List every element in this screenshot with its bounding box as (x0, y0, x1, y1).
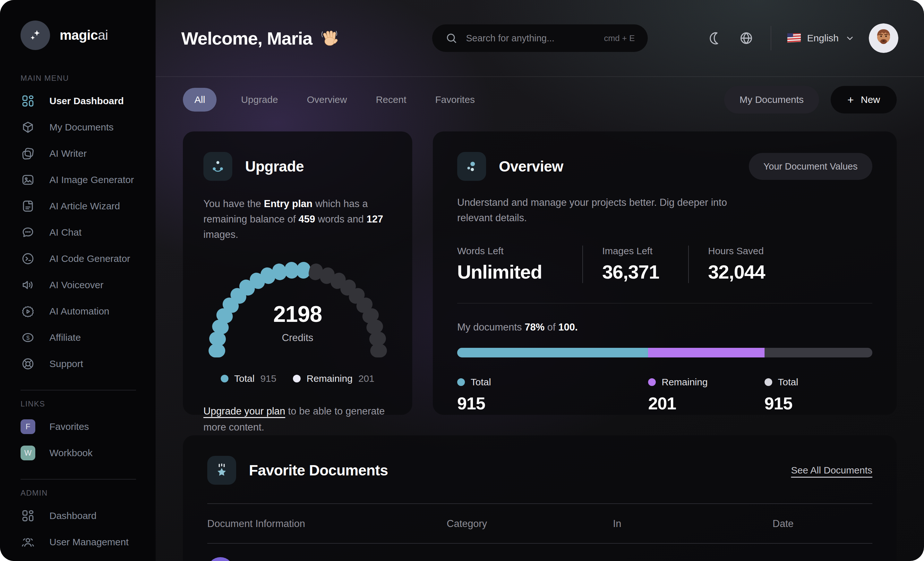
brand-name: magicai (60, 28, 108, 43)
legend-dot-gray (765, 378, 772, 386)
credits-gauge-center: 2198 Credits (204, 301, 392, 344)
progress-segment-remaining (648, 348, 764, 358)
content-area: All Upgrade Overview Recent Favorites My… (156, 86, 924, 561)
sidebar-item-label: AI Code Generator (50, 253, 130, 264)
sidebar-item-ai-article-wizard[interactable]: AI Article Wizard (21, 193, 156, 219)
globe-button[interactable] (738, 30, 754, 46)
cards-row: Upgrade You have the Entry plan which ha… (183, 132, 897, 415)
header-buttons: My Documents + New (724, 86, 897, 114)
overview-legend-remaining: Remaining 201 (648, 377, 707, 413)
documents-progress-text: My documents 78% of 100. (457, 322, 872, 333)
sidebar-divider (21, 479, 136, 480)
dashboard-grid-icon (21, 94, 35, 108)
search-input[interactable] (466, 33, 596, 43)
sidebar-item-admin-dashboard[interactable]: Dashboard (21, 503, 156, 529)
sidebar-item-label: My Documents (50, 122, 114, 133)
us-flag-icon (788, 33, 801, 43)
documents-table: Document Information Category In Date Ho… (207, 504, 872, 561)
image-icon (21, 172, 35, 187)
globe-icon (739, 31, 754, 45)
speaker-icon (21, 278, 35, 292)
tab-overview[interactable]: Overview (302, 88, 351, 112)
tab-favorites[interactable]: Favorites (431, 88, 479, 112)
overview-card-title: Overview (499, 158, 563, 175)
upgrade-plan-link[interactable]: Upgrade your plan (203, 405, 285, 417)
overview-card-header: Overview Your Document Values (457, 152, 872, 181)
section-label-admin: ADMIN (21, 489, 156, 498)
sidebar-item-label: Affiliate (50, 332, 81, 343)
upgrade-card-header: Upgrade (203, 152, 392, 181)
sidebar-item-ai-writer[interactable]: AI Writer (21, 141, 156, 167)
legend-dot-remaining (293, 375, 301, 383)
overview-legend-total: Total 915 (457, 377, 491, 413)
dark-mode-toggle[interactable] (707, 30, 724, 46)
sidebar-item-ai-automation[interactable]: AI Automation (21, 298, 156, 325)
legend-dot-purple (648, 378, 656, 386)
sidebar-item-favorites[interactable]: F Favorites (21, 414, 156, 440)
sparkles-icon (28, 28, 43, 43)
sidebar-item-support[interactable]: Support (21, 351, 156, 377)
stat-hours-saved: Hours Saved 32,044 (688, 245, 784, 283)
upgrade-card-title: Upgrade (245, 158, 304, 175)
share-nodes-icon (210, 158, 226, 175)
users-icon (21, 535, 35, 549)
upgrade-footer-text: Upgrade your plan to be able to generate… (203, 403, 392, 435)
svg-text:$: $ (26, 334, 30, 341)
table-row[interactable]: How to build a successful business My Bl… (207, 544, 872, 561)
article-icon (21, 199, 35, 214)
tab-recent[interactable]: Recent (371, 88, 411, 112)
sidebar-item-label: User Management (50, 537, 129, 548)
sidebar-item-ai-image-generator[interactable]: AI Image Generator (21, 167, 156, 193)
legend-total: Total 915 (221, 373, 276, 384)
stat-images-left: Images Left 36,371 (582, 245, 688, 283)
chat-bubble-icon (21, 225, 35, 240)
sidebar-item-label: AI Article Wizard (50, 200, 120, 212)
wave-emoji (320, 29, 339, 48)
sidebar-item-label: Workbook (50, 447, 93, 458)
credits-value: 2198 (204, 301, 392, 327)
dollar-icon: $ (21, 330, 35, 345)
dots-cluster-icon (463, 158, 480, 175)
section-label-links: LINKS (21, 399, 156, 408)
credits-unit: Credits (204, 332, 392, 344)
sidebar-item-label: Dashboard (50, 510, 97, 521)
favorites-header: Favorite Documents See All Documents (207, 456, 872, 485)
sheets-icon (21, 146, 35, 161)
sidebar-item-user-management[interactable]: User Management (21, 529, 156, 555)
upgrade-card: Upgrade You have the Entry plan which ha… (183, 132, 412, 415)
search-bar[interactable]: cmd + E (432, 24, 648, 52)
see-all-documents-link[interactable]: See All Documents (791, 465, 872, 476)
main-area: Welcome, Maria cmd + E (156, 0, 924, 561)
sidebar-item-workbook[interactable]: W Workbook (21, 440, 156, 466)
document-values-button[interactable]: Your Document Values (749, 153, 872, 180)
sidebar-item-affiliate[interactable]: $ Affiliate (21, 325, 156, 351)
user-avatar[interactable] (869, 23, 898, 53)
progress-segment-total (457, 348, 648, 358)
sidebar-item-label: AI Automation (50, 306, 110, 317)
brand[interactable]: magicai (21, 21, 156, 50)
sidebar-item-label: AI Writer (50, 148, 87, 159)
sidebar-item-ai-voiceover[interactable]: AI Voiceover (21, 272, 156, 298)
overview-stats: Words Left Unlimited Images Left 36,371 … (457, 245, 872, 283)
upgrade-tile (203, 152, 232, 181)
favorites-badge: F (21, 419, 35, 434)
legend-dot-total (221, 375, 228, 383)
sidebar-item-my-documents[interactable]: My Documents (21, 114, 156, 141)
upgrade-card-text: You have the Entry plan which has a rema… (203, 196, 392, 242)
new-button[interactable]: + New (831, 86, 897, 114)
upgrade-legend: Total 915 Remaining 201 (203, 373, 392, 384)
sidebar-divider (21, 390, 136, 390)
sidebar-item-ai-chat[interactable]: AI Chat (21, 219, 156, 245)
col-date: Date (772, 504, 872, 543)
tab-upgrade[interactable]: Upgrade (237, 88, 282, 112)
sidebar-item-label: AI Image Generator (50, 174, 134, 185)
tab-all[interactable]: All (183, 88, 217, 112)
my-documents-button[interactable]: My Documents (724, 86, 819, 114)
page-title: Welcome, Maria (181, 28, 312, 49)
col-in: In (613, 504, 773, 543)
header-divider (771, 26, 771, 50)
sidebar-item-user-dashboard[interactable]: User Dashboard (21, 88, 156, 114)
cube-icon (21, 120, 35, 135)
language-selector[interactable]: English (788, 33, 855, 43)
sidebar-item-ai-code-generator[interactable]: AI Code Generator (21, 245, 156, 272)
